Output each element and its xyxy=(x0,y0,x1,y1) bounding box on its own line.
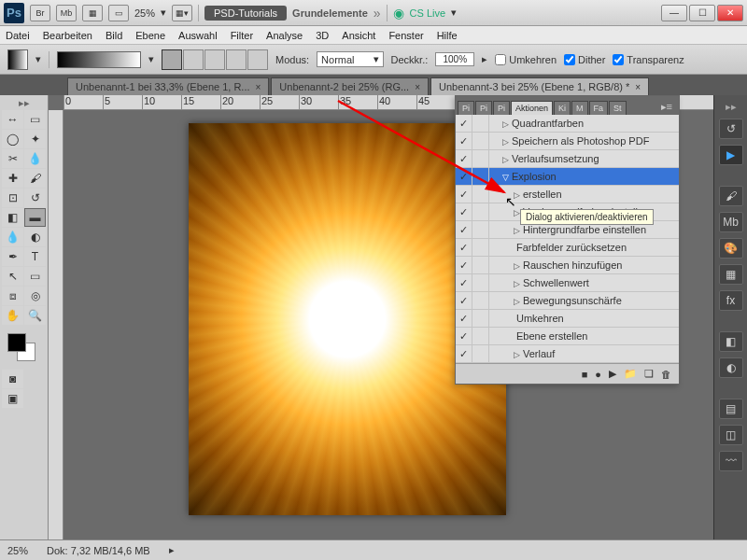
gradient-tool-icon[interactable] xyxy=(7,49,28,70)
record-icon[interactable]: ● xyxy=(595,369,601,380)
panel-menu-icon[interactable]: ▸≡ xyxy=(657,99,676,115)
action-dialog-toggle[interactable] xyxy=(472,257,489,273)
quickmask-tool[interactable]: ◙ xyxy=(2,370,23,388)
action-toggle-checkbox[interactable]: ✓ xyxy=(456,345,472,362)
action-dialog-toggle[interactable] xyxy=(472,133,489,149)
type-tool[interactable]: T xyxy=(24,247,46,266)
action-dialog-toggle[interactable] xyxy=(472,150,489,167)
action-row[interactable]: ✓▷Schwellenwert xyxy=(456,274,679,292)
color-panel-icon[interactable]: 🎨 xyxy=(719,238,743,259)
adjust-panel-icon[interactable]: ◧ xyxy=(719,331,743,352)
action-row[interactable]: ✓Ebene erstellen xyxy=(456,328,679,345)
tool-dropdown-icon[interactable]: ▾ xyxy=(35,53,41,65)
swatches-panel-icon[interactable]: ▦ xyxy=(719,264,743,285)
action-toggle-checkbox[interactable]: ✓ xyxy=(456,203,472,220)
marquee-tool[interactable]: ▭ xyxy=(24,110,46,129)
action-toggle-checkbox[interactable]: ✓ xyxy=(456,168,472,185)
dither-checkbox[interactable]: Dither xyxy=(564,54,605,65)
workspace-label[interactable]: PSD-Tutorials xyxy=(204,6,287,21)
action-toggle-checkbox[interactable]: ✓ xyxy=(456,310,472,327)
gradient-linear[interactable] xyxy=(162,49,182,70)
action-dialog-toggle[interactable] xyxy=(472,328,489,344)
panel-tab[interactable]: Pi xyxy=(475,101,492,115)
menu-datei[interactable]: Datei xyxy=(6,30,30,41)
gradient-radial[interactable] xyxy=(183,49,204,70)
gradient-angle[interactable] xyxy=(204,49,225,70)
dock-collapse-icon[interactable]: ▸▸ xyxy=(726,101,737,113)
paths-panel-icon[interactable]: 〰 xyxy=(719,451,743,471)
action-dialog-toggle[interactable] xyxy=(472,274,489,291)
arrange-button[interactable]: ▦▾ xyxy=(172,5,192,21)
cslive-dropdown-icon[interactable]: ▾ xyxy=(451,7,457,19)
brush-panel-icon[interactable]: 🖌 xyxy=(719,186,743,206)
stop-icon[interactable]: ■ xyxy=(582,369,588,380)
workspace-more-icon[interactable]: » xyxy=(374,6,381,21)
hand-tool[interactable]: ✋ xyxy=(2,306,23,325)
action-toggle-checkbox[interactable]: ✓ xyxy=(456,239,472,256)
move-tool[interactable]: ↔ xyxy=(2,110,23,129)
menu-filter[interactable]: Filter xyxy=(231,30,253,41)
action-dialog-toggle[interactable] xyxy=(472,345,489,362)
bridge-button[interactable]: Br xyxy=(30,5,50,21)
workspace-sublabel[interactable]: Grundelemente xyxy=(292,7,368,19)
gradient-preview[interactable] xyxy=(57,51,141,68)
action-toggle-checkbox[interactable]: ✓ xyxy=(456,186,472,203)
new-action-icon[interactable]: ❏ xyxy=(644,368,654,380)
minibridge-button[interactable]: Mb xyxy=(56,5,77,21)
action-toggle-checkbox[interactable]: ✓ xyxy=(456,150,472,167)
action-dialog-toggle[interactable] xyxy=(472,203,489,220)
screenmode-tool[interactable]: ▣ xyxy=(2,389,23,408)
status-dok[interactable]: Dok: 7,32 MB/14,6 MB xyxy=(47,545,150,556)
panel-tab[interactable]: Pi xyxy=(458,101,474,115)
dodge-tool[interactable]: ◐ xyxy=(24,228,46,246)
panel-tab-aktionen[interactable]: Aktionen xyxy=(511,101,553,115)
menu-ansicht[interactable]: Ansicht xyxy=(342,30,375,41)
gradient-reflected[interactable] xyxy=(226,49,247,70)
action-toggle-checkbox[interactable]: ✓ xyxy=(456,221,472,238)
wand-tool[interactable]: ✦ xyxy=(24,130,46,148)
panel-tab[interactable]: Ki xyxy=(554,101,571,115)
zoom-tool[interactable]: 🔍 xyxy=(24,306,46,325)
panel-tab[interactable]: Pi xyxy=(493,101,510,115)
crop-tool[interactable]: ✂ xyxy=(2,149,23,168)
new-set-icon[interactable]: 📁 xyxy=(624,368,637,380)
ruler-vertical[interactable] xyxy=(49,110,63,539)
action-dialog-toggle[interactable] xyxy=(472,310,489,327)
close-button[interactable]: ✕ xyxy=(717,5,743,21)
3d-camera-tool[interactable]: ◎ xyxy=(24,287,46,305)
document-tab[interactable]: Unbenannt-2 bei 25% (RG...× xyxy=(271,77,429,95)
gradient-diamond[interactable] xyxy=(247,49,268,70)
menu-fenster[interactable]: Fenster xyxy=(388,30,423,41)
action-row[interactable]: ✓▷Verlaufsumsetzung xyxy=(456,150,679,168)
screen-mode-button[interactable]: ▭ xyxy=(108,5,129,21)
shape-tool[interactable]: ▭ xyxy=(24,267,46,286)
play-icon[interactable]: ▶ xyxy=(609,368,616,380)
eraser-tool[interactable]: ◧ xyxy=(2,208,23,227)
action-toggle-checkbox[interactable]: ✓ xyxy=(456,292,472,309)
deck-dropdown-icon[interactable]: ▸ xyxy=(482,53,487,65)
menu-3d[interactable]: 3D xyxy=(316,30,329,41)
action-toggle-checkbox[interactable]: ✓ xyxy=(456,257,472,273)
transparenz-checkbox[interactable]: Transparenz xyxy=(613,54,684,65)
zoom-dropdown-icon[interactable]: ▾ xyxy=(161,7,166,19)
status-zoom[interactable]: 25% xyxy=(7,545,28,556)
action-row[interactable]: ✓Farbfelder zurücksetzen xyxy=(456,239,679,257)
menu-analyse[interactable]: Analyse xyxy=(266,30,303,41)
gradient-tool[interactable]: ▬ xyxy=(24,208,46,227)
document-tab[interactable]: Unbenannt-3 bei 25% (Ebene 1, RGB/8) *× xyxy=(430,77,649,95)
eyedropper-tool[interactable]: 💧 xyxy=(24,149,46,168)
action-row[interactable]: ✓▽Explosion xyxy=(456,168,679,186)
history-brush-tool[interactable]: ↺ xyxy=(24,189,46,207)
foreground-swatch[interactable] xyxy=(7,333,26,352)
action-row[interactable]: ✓▷Bewegungsunschärfe xyxy=(456,292,679,310)
gradient-dropdown-icon[interactable]: ▾ xyxy=(148,53,154,65)
styles-panel-icon[interactable]: fx xyxy=(719,290,743,311)
action-dialog-toggle[interactable] xyxy=(472,221,489,238)
action-row[interactable]: ✓▷Quadrantfarben xyxy=(456,115,679,133)
menu-bearbeiten[interactable]: Bearbeiten xyxy=(43,30,92,41)
toolbox-collapse-icon[interactable]: ▸▸ xyxy=(2,97,46,109)
modus-select[interactable]: Normal▾ xyxy=(317,51,383,67)
view-extras-button[interactable]: ▦ xyxy=(82,5,103,21)
action-row[interactable]: ✓▷Rauschen hinzufügen xyxy=(456,257,679,274)
pen-tool[interactable]: ✒ xyxy=(2,247,23,266)
